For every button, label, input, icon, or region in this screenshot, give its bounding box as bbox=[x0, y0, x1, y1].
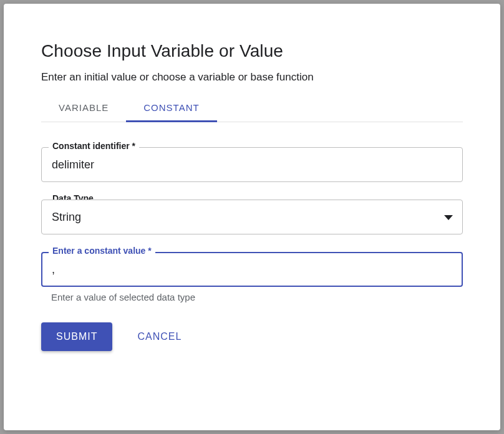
tab-variable[interactable]: VARIABLE bbox=[41, 95, 126, 122]
field-data-type: Data Type bbox=[41, 200, 463, 234]
data-type-select[interactable] bbox=[41, 200, 463, 234]
dialog: Choose Input Variable or Value Enter an … bbox=[4, 4, 500, 430]
dialog-actions: SUBMIT CANCEL bbox=[41, 322, 463, 351]
dialog-subtitle: Enter an initial value or choose a varia… bbox=[41, 71, 463, 84]
tab-constant[interactable]: CONSTANT bbox=[126, 95, 216, 122]
cancel-button[interactable]: CANCEL bbox=[132, 322, 187, 351]
constant-identifier-label: Constant identifier * bbox=[49, 141, 139, 151]
field-constant-identifier: Constant identifier * bbox=[41, 147, 463, 182]
constant-value-helper: Enter a value of selected data type bbox=[41, 292, 463, 302]
dialog-title: Choose Input Variable or Value bbox=[41, 41, 463, 61]
constant-value-input[interactable] bbox=[41, 252, 463, 287]
tabs: VARIABLE CONSTANT bbox=[41, 95, 463, 122]
constant-identifier-input[interactable] bbox=[41, 147, 463, 182]
submit-button[interactable]: SUBMIT bbox=[41, 322, 112, 351]
field-constant-value: Enter a constant value * Enter a value o… bbox=[41, 252, 463, 302]
constant-value-label: Enter a constant value * bbox=[49, 246, 155, 256]
